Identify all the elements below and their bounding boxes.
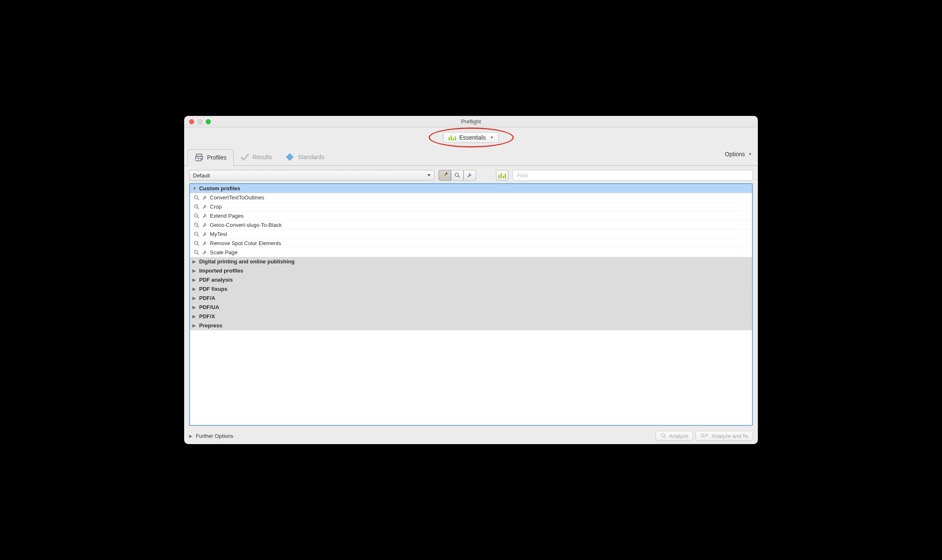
group-header[interactable]: ▶PDF/X [190, 312, 752, 321]
profile-item-label: MyTest [210, 231, 227, 237]
profiles-printer-icon [195, 153, 204, 162]
group-header[interactable]: ▶Prepress [190, 321, 752, 330]
wrench-icon [202, 222, 208, 228]
library-row: Essentials ▼ [184, 128, 758, 147]
filter-all-button[interactable] [439, 170, 451, 181]
triangle-right-icon: ▶ [192, 296, 197, 300]
profile-item[interactable]: ConvertTextToOutlines [190, 193, 752, 202]
tab-standards-label: Standards [298, 154, 324, 160]
profile-item-label: Extend Pages [210, 213, 244, 219]
check-magnifier-icon [193, 213, 200, 219]
further-options-toggle[interactable]: ▶ Further Options [189, 433, 233, 439]
profile-item-label: ConvertTextToOutlines [210, 194, 264, 201]
svg-line-19 [197, 235, 199, 236]
triangle-right-icon: ▶ [189, 434, 193, 438]
tabs-row: Profiles Results Standards Options ▼ [184, 147, 758, 166]
titlebar: Preflight [184, 116, 758, 128]
svg-line-25 [664, 436, 666, 438]
chevron-down-icon: ▼ [748, 152, 752, 156]
svg-line-11 [197, 198, 199, 200]
svg-line-23 [197, 253, 199, 255]
group-header[interactable]: ▶Imported profiles [190, 266, 752, 275]
group-header[interactable]: ▶PDF analysis [190, 275, 752, 285]
results-check-icon [240, 152, 249, 162]
triangle-down-icon: ▼ [192, 186, 197, 191]
toolbar-row: Default [184, 166, 758, 183]
library-dropdown-label: Essentials [459, 134, 486, 141]
svg-line-27 [703, 436, 705, 437]
svg-rect-0 [197, 154, 202, 157]
profile-item[interactable]: Scale Page [190, 248, 752, 257]
group-header[interactable]: ▼Custom profiles [190, 184, 752, 193]
svg-line-17 [197, 226, 199, 227]
group-header[interactable]: ▶PDF fixups [190, 285, 752, 294]
triangle-right-icon: ▶ [192, 323, 197, 328]
wrench-icon [202, 204, 208, 210]
wrench-icon [202, 240, 208, 247]
options-menu-button[interactable]: Options ▼ [725, 151, 752, 157]
group-header-label: PDF analysis [199, 277, 233, 283]
triangle-right-icon: ▶ [192, 268, 197, 273]
triangle-right-icon: ▶ [192, 287, 197, 291]
view-filter-button-group [439, 170, 476, 181]
group-header-label: Imported profiles [199, 268, 243, 274]
analyze-and-fix-button-label: Analyze and fix [712, 433, 748, 439]
group-header-label: PDF/A [199, 295, 215, 301]
profile-item[interactable]: Crop [190, 202, 752, 211]
svg-point-3 [195, 158, 198, 161]
triangle-right-icon: ▶ [192, 278, 197, 282]
svg-line-13 [197, 207, 199, 209]
check-magnifier-icon [193, 249, 200, 256]
footer-buttons: Analyze Analyze and fix [656, 431, 753, 441]
group-header[interactable]: ▶PDF/UA [190, 303, 752, 312]
options-label: Options [725, 151, 745, 157]
filter-checks-button[interactable] [451, 170, 464, 181]
find-input[interactable] [513, 170, 753, 181]
footer: ▶ Further Options Analyze Analyze and fi… [184, 429, 758, 444]
triangle-right-icon: ▶ [192, 314, 197, 319]
analyze-and-fix-button[interactable]: Analyze and fix [695, 431, 753, 441]
svg-line-9 [458, 176, 459, 177]
check-magnifier-icon [193, 194, 200, 201]
further-options-label: Further Options [196, 433, 233, 439]
wrench-icon [202, 249, 208, 256]
filter-fixups-button[interactable] [464, 170, 476, 181]
standards-diamond-icon [285, 152, 294, 162]
profile-item[interactable]: Geico-Convert-slugs-To-Black [190, 221, 752, 230]
tab-standards[interactable]: Standards [279, 149, 331, 165]
library-dropdown[interactable]: Essentials ▼ [443, 132, 499, 143]
wrench-icon [202, 231, 208, 238]
svg-line-21 [197, 244, 199, 246]
triangle-right-icon: ▶ [192, 305, 197, 309]
preflight-window: Preflight Essentials ▼ Profiles Results [184, 116, 758, 444]
bars-icon [498, 172, 506, 178]
group-header[interactable]: ▶PDF/A [190, 294, 752, 303]
group-header-label: Prepress [199, 322, 222, 329]
library-filter-button[interactable] [496, 170, 508, 181]
check-magnifier-icon [193, 231, 200, 238]
profile-item-label: Remove Spot Color Elements [210, 240, 281, 246]
group-header-label: PDF/UA [199, 304, 219, 310]
window-title: Preflight [184, 118, 758, 125]
analyze-button[interactable]: Analyze [656, 431, 693, 441]
wrench-icon [202, 213, 208, 219]
check-magnifier-icon [193, 204, 200, 210]
profile-item-label: Crop [210, 204, 222, 210]
tab-results[interactable]: Results [234, 149, 279, 165]
svg-line-15 [197, 216, 199, 218]
profile-item-label: Scale Page [210, 249, 238, 255]
triangle-right-icon: ▶ [192, 259, 197, 264]
profiles-list-panel: ▼Custom profilesConvertTextToOutlinesCro… [189, 183, 753, 426]
svg-point-6 [442, 175, 444, 177]
profile-set-dropdown[interactable]: Default [189, 170, 434, 181]
tab-results-label: Results [253, 154, 272, 160]
profile-item[interactable]: Extend Pages [190, 211, 752, 221]
group-header-label: PDF fixups [199, 286, 227, 292]
profile-item[interactable]: MyTest [190, 230, 752, 239]
group-header[interactable]: ▶Digital printing and online publishing [190, 257, 752, 266]
analyze-button-label: Analyze [669, 433, 688, 439]
library-bars-icon [449, 135, 456, 140]
tab-profiles-label: Profiles [207, 154, 227, 161]
tab-profiles[interactable]: Profiles [187, 149, 234, 166]
profile-item[interactable]: Remove Spot Color Elements [190, 239, 752, 248]
